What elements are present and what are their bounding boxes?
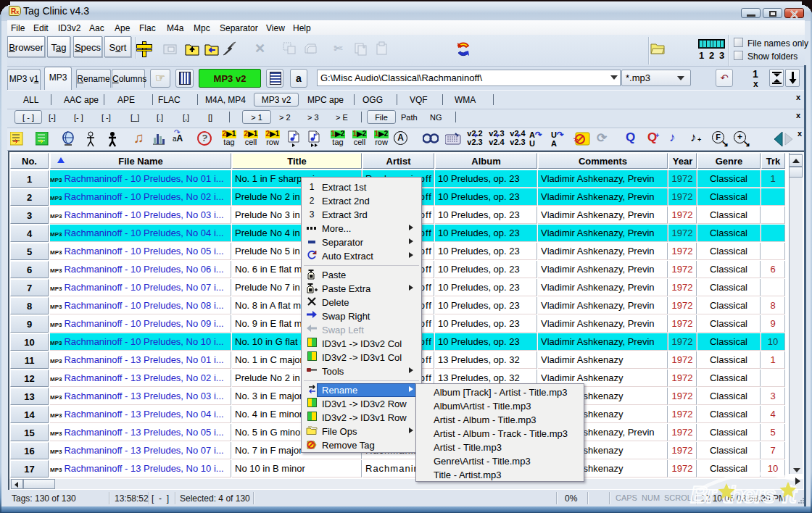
svg-text:Br thers ft: Br thers ft bbox=[690, 480, 798, 508]
